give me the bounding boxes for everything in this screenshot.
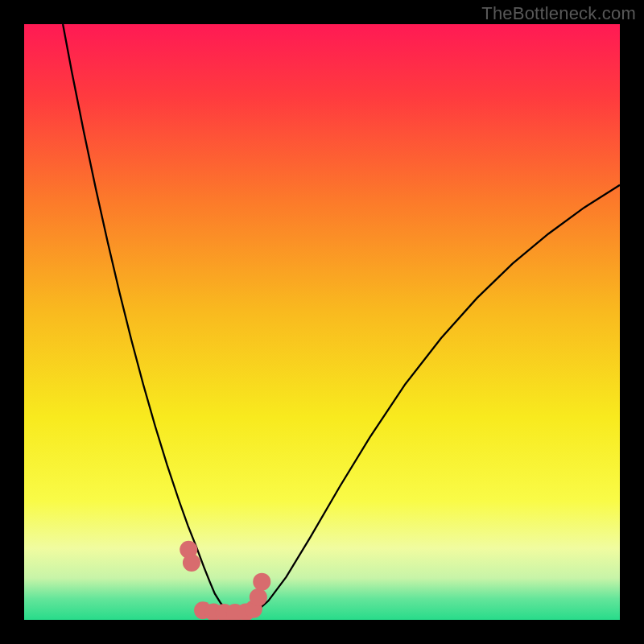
highlight-marker [253,573,270,591]
highlight-marker [250,588,267,606]
watermark-text: TheBottleneck.com [481,3,636,24]
gradient-background [24,24,620,620]
plot-area [24,24,620,620]
chart-frame: TheBottleneck.com [0,0,644,644]
highlight-marker [183,554,200,572]
chart-svg [24,24,620,620]
